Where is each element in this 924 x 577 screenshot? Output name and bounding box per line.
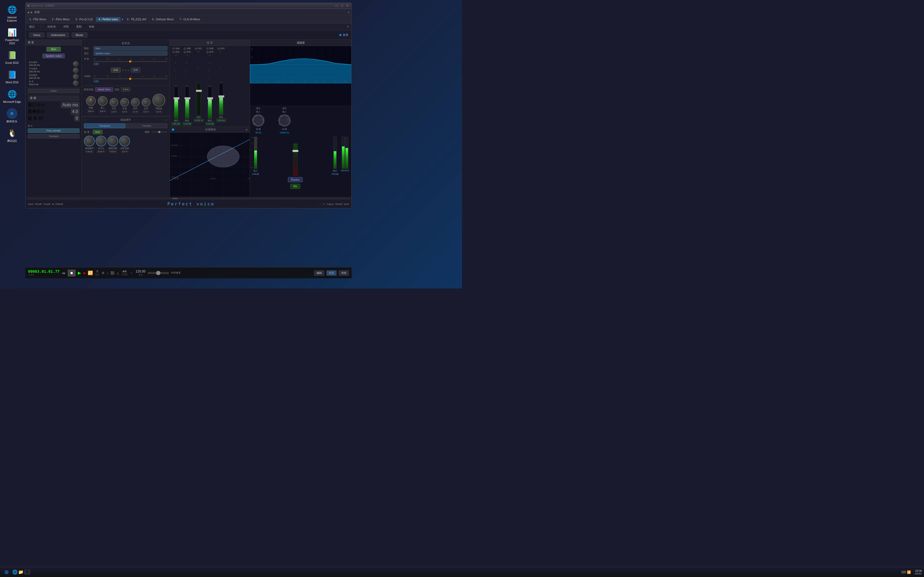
- preset-value[interactable]: Man: [94, 46, 167, 50]
- tab-6[interactable]: 6 - DeEsser Mono: [149, 17, 176, 22]
- freq-rate-knob[interactable]: [84, 136, 95, 147]
- save-right-btn[interactable]: Save: [344, 203, 349, 205]
- paste-btn[interactable]: 粘贴: [87, 24, 96, 29]
- copy-a-btn[interactable]: CopyA: [326, 203, 334, 205]
- tempo-handle[interactable]: [156, 271, 160, 275]
- human-knob[interactable]: [98, 96, 107, 106]
- error-fader[interactable]: [197, 83, 201, 115]
- tune-slider[interactable]: [93, 61, 167, 62]
- icon-edge[interactable]: 🌐 Microsoft Edge: [2, 87, 23, 105]
- random-slider[interactable]: [151, 131, 167, 132]
- learn-button[interactable]: Learn: [28, 89, 79, 93]
- noise-mute-dot[interactable]: [184, 51, 186, 53]
- bypass-button[interactable]: Bypass: [288, 177, 303, 182]
- transient-fader[interactable]: [208, 87, 212, 119]
- transient-mute-dot[interactable]: [207, 51, 208, 53]
- resonance-thumb[interactable]: [129, 78, 131, 80]
- minimize-btn[interactable]: —: [334, 4, 339, 8]
- rewind-btn[interactable]: ⏮: [62, 271, 66, 275]
- tab-2[interactable]: 2 - RVox Mono: [49, 17, 72, 22]
- dots-btn[interactable]: ...: [319, 203, 321, 205]
- scrollbar-thumb[interactable]: [173, 198, 178, 199]
- nasal-mute-dot[interactable]: [173, 51, 174, 53]
- zone-value[interactable]: Spoken voice: [94, 51, 167, 56]
- mechanical-knob[interactable]: [86, 96, 96, 106]
- nasal-fader[interactable]: [174, 87, 178, 119]
- icon-qq[interactable]: 🐧 腾讯QQ: [2, 126, 23, 144]
- random-thumb[interactable]: [158, 131, 160, 133]
- transient-handle[interactable]: [207, 97, 213, 99]
- spoken-button[interactable]: Spoken voice: [42, 54, 65, 58]
- tab-3[interactable]: 3 - Pro-Q 3 (2): [73, 17, 95, 22]
- max-freq-knob[interactable]: [73, 74, 78, 79]
- recall-right-btn[interactable]: Recall: [335, 203, 342, 205]
- noise-mix-value[interactable]: 0 frm: [121, 87, 131, 92]
- transient-btn[interactable]: Transient: [28, 134, 79, 139]
- noise-fader[interactable]: [185, 87, 189, 119]
- reverse-button[interactable]: 反转: [131, 68, 141, 73]
- tab-7[interactable]: 7 - CLA-2A Mono: [177, 17, 203, 22]
- tab-5[interactable]: 5 - TB_EZQ x64: [124, 17, 149, 22]
- nasal-handle[interactable]: [173, 97, 179, 99]
- icon-powerpoint[interactable]: 📊 PowerPoint 2016: [2, 25, 23, 47]
- tempo-slider[interactable]: [148, 272, 169, 274]
- save-left-btn[interactable]: Save: [28, 203, 34, 205]
- transient-solo-dot[interactable]: [207, 48, 208, 50]
- tab-4-active[interactable]: 4 - Perfect voice: [96, 17, 121, 22]
- man-button[interactable]: Man: [47, 47, 61, 52]
- noise-handle[interactable]: [184, 97, 191, 99]
- mix-fader-handle[interactable]: [292, 150, 298, 152]
- depth-range-knob[interactable]: [119, 136, 130, 147]
- nav-arrow-left[interactable]: ◀: [27, 11, 29, 14]
- icon-excel[interactable]: 📗 Excel 2016: [2, 48, 23, 66]
- toolbar-gear-icon[interactable]: ⚙: [347, 25, 349, 28]
- metro-icon2[interactable]: ♩: [107, 271, 108, 275]
- transpose-tab[interactable]: Transpose: [84, 123, 125, 128]
- mix-round-button[interactable]: Mix: [290, 184, 300, 189]
- time-modify-btn[interactable]: 时间修复: [171, 271, 181, 275]
- error-handle[interactable]: [196, 90, 202, 92]
- error-mute-dot[interactable]: [195, 48, 197, 50]
- auto-off-btn[interactable]: 自动:关: [46, 24, 58, 29]
- icon-word[interactable]: 📘 Word 2016: [2, 68, 23, 86]
- link-button[interactable]: 链接: [111, 68, 121, 73]
- mode-voice-btn[interactable]: Voice: [29, 32, 45, 38]
- avg-freq-knob[interactable]: [73, 68, 78, 73]
- mix-mode-btn[interactable]: 混音: [326, 270, 337, 276]
- relax-fader[interactable]: [219, 83, 223, 115]
- relax-mute-dot[interactable]: [218, 48, 220, 50]
- formant-tab[interactable]: Formant: [126, 123, 167, 128]
- browse-mode-btn[interactable]: 浏览: [339, 270, 349, 276]
- tab-1[interactable]: 1 - PSE Mono: [27, 17, 48, 22]
- copy-btn[interactable]: 复制: [74, 24, 83, 29]
- scrollbar-track[interactable]: [27, 198, 350, 199]
- effect-knob[interactable]: [73, 81, 78, 86]
- tab-dropdown-icon[interactable]: ▼: [121, 18, 124, 21]
- edit-mode-btn[interactable]: 编辑: [314, 270, 324, 276]
- metro-icon4[interactable]: △: [116, 271, 119, 275]
- tempo-minus[interactable]: －: [130, 271, 133, 276]
- tune-thumb[interactable]: [129, 60, 131, 63]
- wave-shape-value[interactable]: Sine: [93, 130, 102, 134]
- mode-music-btn[interactable]: Music: [71, 32, 88, 38]
- compare-btn[interactable]: 对照: [62, 24, 70, 29]
- settings-icon[interactable]: ⚙: [347, 11, 350, 14]
- dropdown-arrow[interactable]: ▼: [323, 203, 325, 205]
- default-btn[interactable]: 默认: [28, 24, 36, 29]
- stop-btn[interactable]: ■: [68, 269, 76, 276]
- old-knob[interactable]: [120, 98, 129, 106]
- noise-solo-dot[interactable]: [184, 48, 186, 50]
- recall-left-btn[interactable]: Recall: [35, 203, 42, 205]
- female-knob[interactable]: [142, 98, 150, 106]
- base-freq-knob[interactable]: [73, 61, 78, 66]
- percent-knob[interactable]: [96, 136, 107, 147]
- icon-kugou[interactable]: K 酷狗音乐: [2, 106, 23, 125]
- play-btn[interactable]: ▶: [78, 270, 81, 276]
- relax-handle[interactable]: [218, 95, 224, 97]
- copy-b-btn[interactable]: CopyB: [43, 203, 50, 205]
- noise-preset[interactable]: Recto Tono: [95, 87, 113, 92]
- nasal-solo-dot[interactable]: [173, 48, 174, 50]
- maximize-btn[interactable]: □: [340, 4, 344, 8]
- young-knob[interactable]: [110, 98, 118, 106]
- male-knob[interactable]: [131, 98, 140, 106]
